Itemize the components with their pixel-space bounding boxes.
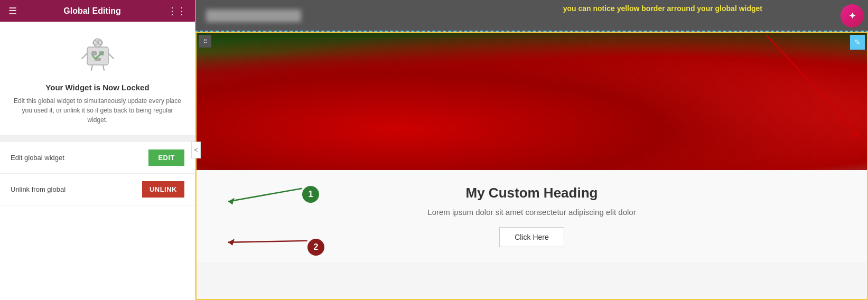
- sidebar: ☰ Global Editing ⋮⋮: [0, 0, 195, 300]
- topbar-icon: ✦: [848, 10, 856, 22]
- topbar-right-button[interactable]: ✦: [841, 4, 864, 27]
- menu-icon[interactable]: ☰: [8, 5, 17, 17]
- widget-container: ⠿ ✎ My Custom Heading Lorem ipsum dolor …: [195, 32, 868, 300]
- collapse-arrow[interactable]: <: [191, 142, 201, 158]
- sidebar-divider: [0, 136, 195, 142]
- svg-line-6: [82, 53, 87, 59]
- svg-line-7: [108, 53, 114, 59]
- robot-icon: [77, 32, 119, 74]
- main-content: you can notice yellow border arround you…: [195, 0, 868, 300]
- annotation-text: you can notice yellow border arround you…: [563, 4, 762, 13]
- edit-global-label: Edit global widget: [11, 154, 64, 162]
- unlink-button[interactable]: UNLINK: [142, 181, 184, 198]
- locked-description: Edit this global widget to simultaneousl…: [13, 96, 182, 125]
- widget-subtext: Lorem ipsum dolor sit amet consectetur a…: [207, 208, 856, 217]
- svg-line-9: [103, 65, 104, 70]
- locked-title: Your Widget is Now Locked: [13, 83, 182, 92]
- edit-pen-button[interactable]: ✎: [850, 35, 865, 50]
- topbar-blur: [206, 10, 301, 22]
- pen-icon: ✎: [854, 38, 861, 46]
- svg-line-8: [91, 65, 92, 70]
- widget-handle[interactable]: ⠿: [199, 35, 211, 48]
- collapse-arrow-icon: <: [194, 146, 198, 154]
- widget-locked-section: Your Widget is Now Locked Edit this glob…: [0, 22, 195, 136]
- widget-heading: My Custom Heading: [207, 185, 856, 201]
- content-section: My Custom Heading Lorem ipsum dolor sit …: [197, 170, 867, 262]
- edit-button[interactable]: EDIT: [148, 149, 184, 166]
- sidebar-header: ☰ Global Editing ⋮⋮: [0, 0, 195, 22]
- car-image: [197, 33, 867, 170]
- unlink-action-row: Unlink from global UNLINK: [0, 174, 195, 205]
- widget-click-button[interactable]: Click Here: [499, 227, 564, 247]
- unlink-global-label: Unlink from global: [11, 185, 66, 193]
- main-topbar: you can notice yellow border arround you…: [195, 0, 868, 32]
- svg-rect-1: [91, 51, 97, 55]
- car-visual: [197, 33, 867, 170]
- sidebar-title: Global Editing: [63, 6, 120, 16]
- grid-icon[interactable]: ⋮⋮: [167, 5, 186, 17]
- edit-action-row: Edit global widget EDIT: [0, 142, 195, 174]
